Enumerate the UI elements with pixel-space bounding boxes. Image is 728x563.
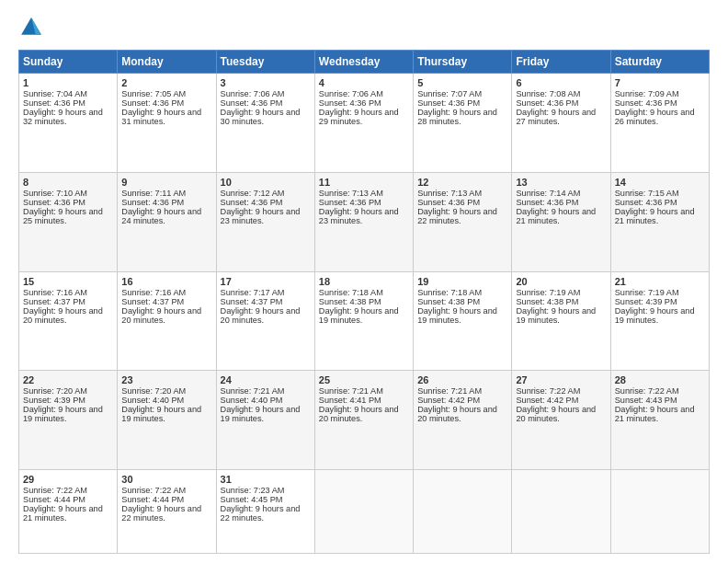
day-number: 8 [23,177,113,188]
calendar-cell: 31Sunrise: 7:23 AMSunset: 4:45 PMDayligh… [216,470,314,554]
day-number: 2 [121,77,211,88]
calendar-cell: 8Sunrise: 7:10 AMSunset: 4:36 PMDaylight… [19,172,118,271]
calendar-cell: 17Sunrise: 7:17 AMSunset: 4:37 PMDayligh… [216,271,314,371]
sunrise-label: Sunrise: 7:11 AM [121,189,186,198]
daylight-label: Daylight: 9 hours and 20 minutes. [221,306,301,325]
day-number: 5 [417,77,507,88]
day-number: 7 [615,77,705,88]
daylight-label: Daylight: 9 hours and 23 minutes. [319,207,399,225]
day-number: 17 [221,276,311,287]
day-number: 26 [417,374,507,385]
calendar-cell [414,470,512,554]
daylight-label: Daylight: 9 hours and 26 minutes. [615,108,695,126]
calendar-week-3: 15Sunrise: 7:16 AMSunset: 4:37 PMDayligh… [19,271,710,371]
col-header-thursday: Thursday [414,51,512,74]
day-number: 24 [221,374,311,385]
calendar-cell: 3Sunrise: 7:06 AMSunset: 4:36 PMDaylight… [216,74,314,173]
sunrise-label: Sunrise: 7:05 AM [121,89,186,98]
sunrise-label: Sunrise: 7:16 AM [121,288,186,297]
sunrise-label: Sunrise: 7:04 AM [23,89,87,98]
sunrise-label: Sunrise: 7:21 AM [221,386,285,396]
page: SundayMondayTuesdayWednesdayThursdayFrid… [0,0,728,563]
daylight-label: Daylight: 9 hours and 22 minutes. [121,504,201,523]
day-number: 23 [121,374,211,385]
day-number: 4 [319,77,409,88]
day-number: 28 [615,374,705,385]
daylight-label: Daylight: 9 hours and 20 minutes. [319,405,399,423]
sunset-label: Sunset: 4:38 PM [516,297,578,306]
day-number: 21 [615,276,705,287]
calendar-cell: 25Sunrise: 7:21 AMSunset: 4:41 PMDayligh… [314,371,413,470]
day-number: 22 [23,374,113,385]
calendar-cell: 22Sunrise: 7:20 AMSunset: 4:39 PMDayligh… [19,371,118,470]
sunset-label: Sunset: 4:39 PM [615,297,677,306]
daylight-label: Daylight: 9 hours and 28 minutes. [417,108,497,126]
sunset-label: Sunset: 4:37 PM [23,297,85,306]
day-number: 27 [516,374,606,385]
sunset-label: Sunset: 4:38 PM [319,297,381,306]
sunrise-label: Sunrise: 7:10 AM [23,189,87,198]
day-number: 10 [221,177,311,188]
sunset-label: Sunset: 4:36 PM [516,198,578,207]
calendar-cell: 14Sunrise: 7:15 AMSunset: 4:36 PMDayligh… [610,172,709,271]
sunrise-label: Sunrise: 7:12 AM [221,189,285,198]
calendar-cell: 4Sunrise: 7:06 AMSunset: 4:36 PMDaylight… [314,74,413,173]
calendar-cell: 7Sunrise: 7:09 AMSunset: 4:36 PMDaylight… [610,74,709,173]
sunset-label: Sunset: 4:36 PM [221,98,283,108]
logo [18,15,48,40]
calendar-cell: 11Sunrise: 7:13 AMSunset: 4:36 PMDayligh… [314,172,413,271]
sunset-label: Sunset: 4:40 PM [221,396,283,405]
sunrise-label: Sunrise: 7:22 AM [516,386,580,396]
day-number: 15 [23,276,113,287]
sunset-label: Sunset: 4:40 PM [121,396,184,405]
sunrise-label: Sunrise: 7:19 AM [516,288,580,297]
calendar-cell: 2Sunrise: 7:05 AMSunset: 4:36 PMDaylight… [118,74,216,173]
sunset-label: Sunset: 4:36 PM [319,198,381,207]
day-number: 6 [516,77,606,88]
sunset-label: Sunset: 4:43 PM [615,396,677,405]
daylight-label: Daylight: 9 hours and 27 minutes. [516,108,596,126]
day-number: 19 [417,276,507,287]
sunset-label: Sunset: 4:36 PM [23,198,85,207]
sunset-label: Sunset: 4:36 PM [417,98,480,108]
sunrise-label: Sunrise: 7:22 AM [615,386,679,396]
daylight-label: Daylight: 9 hours and 21 minutes. [23,504,103,523]
sunset-label: Sunset: 4:36 PM [516,98,578,108]
sunset-label: Sunset: 4:36 PM [615,198,677,207]
daylight-label: Daylight: 9 hours and 29 minutes. [319,108,399,126]
sunrise-label: Sunrise: 7:06 AM [319,89,383,98]
calendar-cell: 9Sunrise: 7:11 AMSunset: 4:36 PMDaylight… [118,172,216,271]
daylight-label: Daylight: 9 hours and 19 minutes. [615,306,695,325]
calendar-cell: 27Sunrise: 7:22 AMSunset: 4:42 PMDayligh… [512,371,610,470]
day-number: 3 [221,77,311,88]
daylight-label: Daylight: 9 hours and 20 minutes. [23,306,103,325]
calendar-cell: 29Sunrise: 7:22 AMSunset: 4:44 PMDayligh… [19,470,118,554]
calendar-cell: 15Sunrise: 7:16 AMSunset: 4:37 PMDayligh… [19,271,118,371]
sunrise-label: Sunrise: 7:20 AM [121,386,186,396]
sunset-label: Sunset: 4:37 PM [221,297,283,306]
daylight-label: Daylight: 9 hours and 22 minutes. [417,207,497,225]
calendar-cell: 1Sunrise: 7:04 AMSunset: 4:36 PMDaylight… [19,74,118,173]
col-header-saturday: Saturday [610,51,709,74]
daylight-label: Daylight: 9 hours and 21 minutes. [615,207,695,225]
calendar-cell: 20Sunrise: 7:19 AMSunset: 4:38 PMDayligh… [512,271,610,371]
sunset-label: Sunset: 4:36 PM [319,98,381,108]
day-number: 30 [121,474,211,485]
day-number: 11 [319,177,409,188]
calendar-cell [314,470,413,554]
sunrise-label: Sunrise: 7:08 AM [516,89,580,98]
sunset-label: Sunset: 4:39 PM [23,396,85,405]
day-number: 1 [23,77,113,88]
daylight-label: Daylight: 9 hours and 22 minutes. [221,504,301,523]
daylight-label: Daylight: 9 hours and 20 minutes. [417,405,497,423]
calendar-cell: 18Sunrise: 7:18 AMSunset: 4:38 PMDayligh… [314,271,413,371]
sunrise-label: Sunrise: 7:18 AM [319,288,383,297]
daylight-label: Daylight: 9 hours and 32 minutes. [23,108,103,126]
daylight-label: Daylight: 9 hours and 19 minutes. [121,405,201,423]
daylight-label: Daylight: 9 hours and 19 minutes. [516,306,596,325]
daylight-label: Daylight: 9 hours and 19 minutes. [221,405,301,423]
col-header-sunday: Sunday [19,51,118,74]
calendar-cell: 13Sunrise: 7:14 AMSunset: 4:36 PMDayligh… [512,172,610,271]
sunset-label: Sunset: 4:36 PM [615,98,677,108]
calendar-cell: 21Sunrise: 7:19 AMSunset: 4:39 PMDayligh… [610,271,709,371]
